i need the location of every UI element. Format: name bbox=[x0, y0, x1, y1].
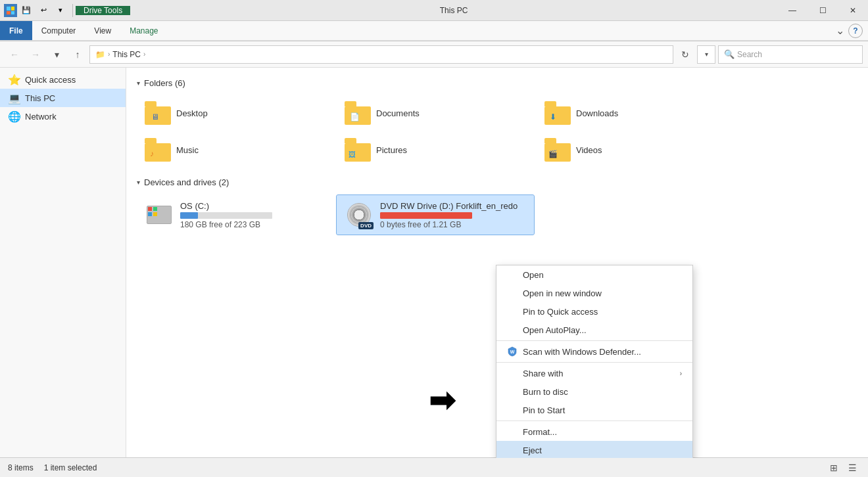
list-item[interactable]: 🖼 Pictures bbox=[337, 133, 534, 167]
ctx-item-share-with[interactable]: Share with › bbox=[496, 364, 692, 382]
details-view-button[interactable]: ☰ bbox=[844, 460, 860, 476]
drive-c-space: 180 GB free of 223 GB bbox=[180, 220, 272, 229]
quick-access-icon: ⭐ bbox=[8, 74, 21, 86]
ctx-autoplay-icon bbox=[507, 325, 518, 335]
ctx-share-arrow: › bbox=[680, 370, 682, 377]
tab-view[interactable]: View bbox=[85, 21, 120, 40]
ctx-pin-start-label: Pin to Start bbox=[523, 405, 565, 415]
drive-c-info: OS (C:) 180 GB free of 223 GB bbox=[180, 201, 272, 229]
sidebar-item-this-pc[interactable]: 💻 This PC bbox=[0, 89, 126, 107]
devices-chevron[interactable]: ▾ bbox=[137, 179, 140, 186]
folder-name-music: Music bbox=[176, 145, 199, 155]
drive-item-d[interactable]: DVD DVD RW Drive (D:) Forklift_en_redo 0… bbox=[337, 195, 534, 235]
ctx-item-pin-start[interactable]: Pin to Start bbox=[496, 401, 692, 419]
ctx-item-autoplay[interactable]: Open AutoPlay... bbox=[496, 321, 692, 339]
search-box[interactable]: 🔍 Search bbox=[718, 45, 863, 64]
ctx-format-icon bbox=[507, 426, 518, 437]
ctx-item-open[interactable]: Open bbox=[496, 265, 692, 284]
videos-folder-icon: 🎬 bbox=[544, 138, 571, 162]
tab-computer[interactable]: Computer bbox=[32, 21, 85, 40]
help-button[interactable]: ? bbox=[848, 24, 863, 38]
minimize-button[interactable]: — bbox=[777, 0, 808, 20]
ctx-item-burn[interactable]: Burn to disc bbox=[496, 382, 692, 401]
sidebar: ⭐ Quick access 💻 This PC 🌐 Network bbox=[0, 68, 126, 458]
folder-name-desktop: Desktop bbox=[176, 108, 208, 118]
window-controls: — ☐ ✕ bbox=[777, 0, 868, 20]
ctx-separator-1 bbox=[496, 340, 692, 341]
ctx-burn-icon bbox=[507, 386, 518, 397]
sidebar-label-quick-access: Quick access bbox=[25, 75, 76, 85]
ctx-burn-label: Burn to disc bbox=[523, 387, 568, 397]
ctx-scan-label: Scan with Windows Defender... bbox=[523, 347, 641, 357]
breadcrumb-arrow-1: › bbox=[108, 51, 110, 58]
list-item[interactable]: 🖥 Desktop bbox=[137, 96, 334, 130]
ctx-pin-start-icon bbox=[507, 405, 518, 415]
ctx-item-open-new-window[interactable]: Open in new window bbox=[496, 284, 692, 302]
sidebar-label-network: Network bbox=[25, 112, 57, 122]
ctx-autoplay-label: Open AutoPlay... bbox=[523, 325, 587, 335]
drive-d-bar bbox=[380, 212, 472, 219]
title-bar: 💾 ↩ ▾ Drive Tools This PC — ☐ ✕ bbox=[0, 0, 868, 21]
window-title: This PC bbox=[130, 6, 777, 15]
search-placeholder: Search bbox=[737, 50, 762, 59]
drive-c-bar-fill bbox=[180, 212, 198, 219]
qat-undo-icon[interactable]: ↩ bbox=[36, 3, 51, 18]
drive-item-c[interactable]: OS (C:) 180 GB free of 223 GB bbox=[137, 195, 334, 235]
ribbon-collapse-chevron[interactable]: ⌄ bbox=[836, 24, 844, 37]
ribbon: File Computer View Manage ⌄ ? bbox=[0, 21, 868, 41]
folders-grid: 🖥 Desktop 📄 Documents ⬇ bbox=[137, 96, 857, 167]
folders-section-header: ▾ Folders (6) bbox=[137, 78, 857, 88]
svg-rect-0 bbox=[7, 7, 11, 11]
folders-chevron[interactable]: ▾ bbox=[137, 80, 140, 87]
content-area: ▾ Folders (6) 🖥 Desktop 📄 Docu bbox=[126, 68, 868, 458]
music-folder-icon: ♪ bbox=[145, 138, 171, 162]
arrow-annotation: ➡ bbox=[429, 382, 455, 419]
recent-locations-button[interactable]: ▾ bbox=[47, 45, 66, 64]
ctx-item-format[interactable]: Format... bbox=[496, 422, 692, 441]
folder-name-pictures: Pictures bbox=[376, 145, 407, 155]
up-button[interactable]: ↑ bbox=[68, 45, 87, 64]
tab-file[interactable]: File bbox=[0, 21, 32, 40]
main-layout: ⭐ Quick access 💻 This PC 🌐 Network ▾ Fol… bbox=[0, 68, 868, 458]
pictures-folder-icon: 🖼 bbox=[345, 138, 371, 162]
large-icons-view-button[interactable]: ⊞ bbox=[826, 460, 842, 476]
quick-access-toolbar: 💾 ↩ ▾ bbox=[0, 3, 76, 18]
address-bar: ← → ▾ ↑ 📁 › This PC › ↻ ▾ 🔍 Search bbox=[0, 41, 868, 68]
svg-text:W: W bbox=[510, 350, 515, 354]
close-button[interactable]: ✕ bbox=[838, 0, 868, 20]
qat-save-icon[interactable]: 💾 bbox=[18, 3, 34, 18]
drives-grid: OS (C:) 180 GB free of 223 GB DVD DVD RW bbox=[137, 195, 857, 235]
breadcrumb-this-pc[interactable]: This PC bbox=[112, 50, 141, 59]
tab-manage[interactable]: Manage bbox=[120, 21, 167, 40]
this-pc-icon: 💻 bbox=[8, 92, 21, 104]
list-item[interactable]: 🎬 Videos bbox=[537, 133, 734, 167]
drive-d-info: DVD RW Drive (D:) Forklift_en_redo 0 byt… bbox=[380, 201, 518, 229]
refresh-button[interactable]: ↻ bbox=[676, 45, 694, 64]
drive-tools-ribbon-tab[interactable]: Drive Tools bbox=[76, 6, 130, 15]
list-item[interactable]: ⬇ Downloads bbox=[537, 96, 734, 130]
ctx-item-scan-defender[interactable]: W Scan with Windows Defender... bbox=[496, 342, 692, 361]
qat-dropdown-icon[interactable]: ▾ bbox=[53, 3, 68, 18]
ctx-item-eject[interactable]: Eject bbox=[496, 441, 692, 458]
forward-button[interactable]: → bbox=[26, 45, 45, 64]
ctx-separator-2 bbox=[496, 362, 692, 363]
drive-d-bar-fill bbox=[380, 212, 472, 219]
address-dropdown-button[interactable]: ▾ bbox=[697, 45, 715, 64]
address-box[interactable]: 📁 › This PC › bbox=[89, 45, 673, 64]
drive-d-name: DVD RW Drive (D:) Forklift_en_redo bbox=[380, 201, 518, 211]
ctx-open-label: Open bbox=[523, 270, 544, 280]
sidebar-item-network[interactable]: 🌐 Network bbox=[0, 107, 126, 125]
ctx-item-pin-quick[interactable]: Pin to Quick access bbox=[496, 302, 692, 321]
sidebar-item-quick-access[interactable]: ⭐ Quick access bbox=[0, 70, 126, 89]
ctx-open-new-label: Open in new window bbox=[523, 288, 602, 298]
ctx-share-icon bbox=[507, 368, 518, 378]
back-button[interactable]: ← bbox=[5, 45, 24, 64]
app-icon bbox=[4, 4, 17, 17]
context-menu: Open Open in new window Pin to Quick acc… bbox=[496, 265, 693, 458]
maximize-button[interactable]: ☐ bbox=[808, 0, 838, 20]
list-item[interactable]: ♪ Music bbox=[137, 133, 334, 167]
os-drive-icon bbox=[145, 200, 174, 229]
list-item[interactable]: 📄 Documents bbox=[337, 96, 534, 130]
folder-name-documents: Documents bbox=[376, 108, 420, 118]
breadcrumb-folder-icon: 📁 bbox=[95, 50, 105, 59]
